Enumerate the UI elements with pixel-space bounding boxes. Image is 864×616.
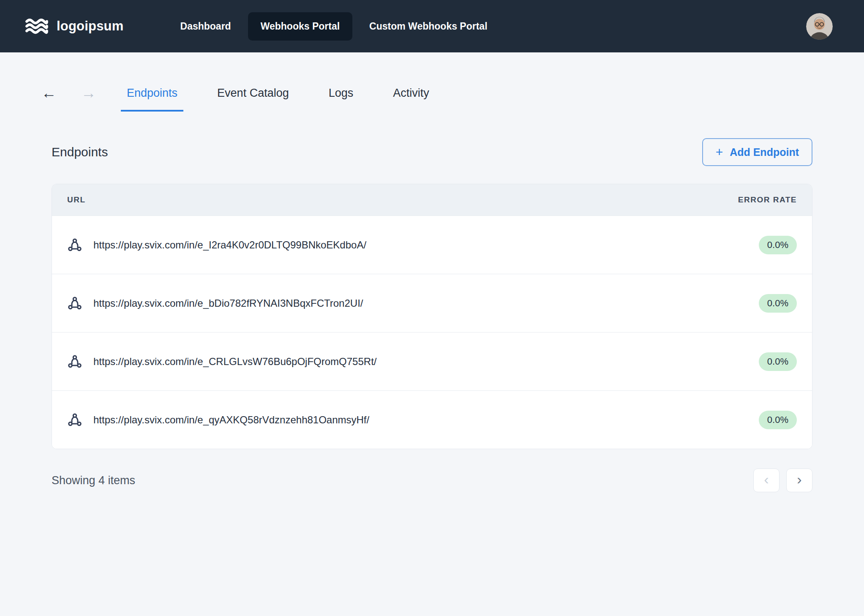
primary-nav: Dashboard Webhooks Portal Custom Webhook… bbox=[168, 12, 500, 41]
endpoint-url: https://play.svix.com/in/e_qyAXKQ58rVdzn… bbox=[93, 414, 369, 426]
pagination: ‹ › bbox=[753, 469, 812, 492]
tab-strip: ← → Endpoints Event Catalog Logs Activit… bbox=[0, 52, 864, 112]
table-header-row: URL ERROR RATE bbox=[52, 184, 812, 215]
logo-wave-icon bbox=[24, 16, 50, 37]
webhook-icon bbox=[67, 412, 82, 428]
column-header-error-rate: ERROR RATE bbox=[738, 195, 797, 204]
webhook-icon bbox=[67, 354, 82, 369]
table-row[interactable]: https://play.svix.com/in/e_qyAXKQ58rVdzn… bbox=[52, 390, 812, 449]
tab-endpoints[interactable]: Endpoints bbox=[121, 87, 183, 112]
nav-item-custom-webhooks-portal[interactable]: Custom Webhooks Portal bbox=[357, 12, 500, 41]
forward-arrow-icon[interactable]: → bbox=[76, 85, 101, 112]
showing-items-text: Showing 4 items bbox=[52, 474, 135, 487]
tab-event-catalog[interactable]: Event Catalog bbox=[211, 87, 295, 112]
logo-text: logoipsum bbox=[57, 19, 124, 34]
add-endpoint-button[interactable]: + Add Endpoint bbox=[702, 138, 812, 166]
error-rate-badge: 0.0% bbox=[759, 411, 797, 429]
nav-item-dashboard[interactable]: Dashboard bbox=[168, 12, 244, 41]
nav-item-webhooks-portal[interactable]: Webhooks Portal bbox=[248, 12, 352, 41]
back-arrow-icon[interactable]: ← bbox=[36, 85, 62, 112]
plus-icon: + bbox=[716, 146, 723, 158]
main-content: Endpoints + Add Endpoint URL ERROR RATE … bbox=[0, 112, 864, 449]
webhook-icon bbox=[67, 237, 82, 253]
endpoint-url: https://play.svix.com/in/e_bDio782fRYNAI… bbox=[93, 297, 363, 309]
previous-page-button[interactable]: ‹ bbox=[753, 469, 780, 492]
endpoints-table: URL ERROR RATE https://play.svix.com/in/… bbox=[52, 184, 812, 449]
chevron-left-icon: ‹ bbox=[764, 472, 769, 486]
webhook-icon bbox=[67, 296, 82, 311]
table-row[interactable]: https://play.svix.com/in/e_CRLGLvsW76Bu6… bbox=[52, 332, 812, 390]
portal-tabs: Endpoints Event Catalog Logs Activity bbox=[121, 87, 435, 112]
list-footer: Showing 4 items ‹ › bbox=[0, 449, 864, 492]
user-avatar[interactable] bbox=[806, 13, 833, 40]
table-row[interactable]: https://play.svix.com/in/e_I2ra4K0v2r0DL… bbox=[52, 215, 812, 274]
tab-activity[interactable]: Activity bbox=[387, 87, 435, 112]
error-rate-badge: 0.0% bbox=[759, 236, 797, 254]
content-header: Endpoints + Add Endpoint bbox=[52, 138, 812, 166]
avatar-image bbox=[806, 13, 833, 40]
error-rate-badge: 0.0% bbox=[759, 294, 797, 313]
next-page-button[interactable]: › bbox=[786, 469, 812, 492]
endpoint-url: https://play.svix.com/in/e_I2ra4K0v2r0DL… bbox=[93, 239, 366, 251]
tab-logs[interactable]: Logs bbox=[323, 87, 360, 112]
chevron-right-icon: › bbox=[797, 472, 801, 486]
logo: logoipsum bbox=[24, 16, 124, 37]
error-rate-badge: 0.0% bbox=[759, 352, 797, 371]
table-row[interactable]: https://play.svix.com/in/e_bDio782fRYNAI… bbox=[52, 274, 812, 332]
top-navigation-bar: logoipsum Dashboard Webhooks Portal Cust… bbox=[0, 0, 864, 52]
endpoint-url: https://play.svix.com/in/e_CRLGLvsW76Bu6… bbox=[93, 356, 376, 368]
page-title: Endpoints bbox=[52, 145, 108, 159]
column-header-url: URL bbox=[67, 195, 86, 204]
add-endpoint-label: Add Endpoint bbox=[730, 146, 799, 158]
